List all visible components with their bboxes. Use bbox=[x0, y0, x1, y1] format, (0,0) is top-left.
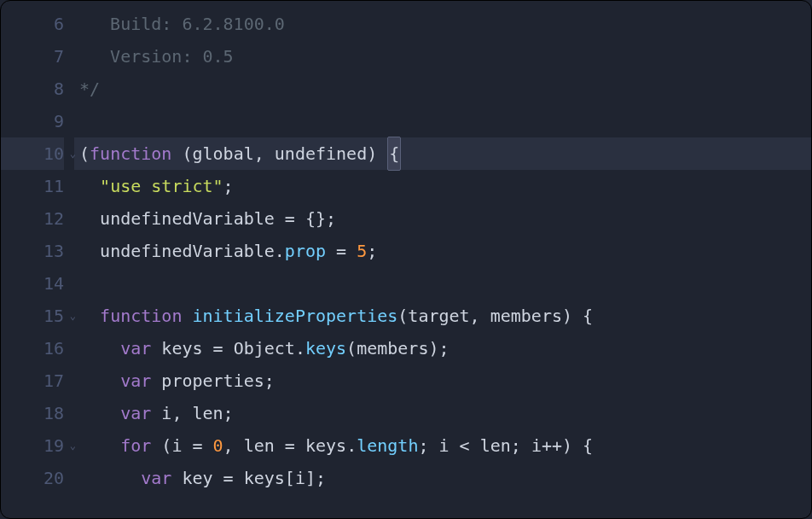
code-token: i bbox=[171, 429, 182, 462]
code-token: */ bbox=[79, 73, 100, 105]
line-number-text: 9 bbox=[54, 105, 64, 137]
chevron-down-icon[interactable]: ⌄ bbox=[70, 306, 76, 326]
code-token: = bbox=[213, 462, 244, 494]
code-token: ; bbox=[223, 397, 234, 429]
line-number: 19⌄ bbox=[1, 429, 64, 462]
code-line[interactable]: var keys = Object.keys(members); bbox=[74, 332, 811, 364]
code-token bbox=[151, 332, 161, 364]
code-token: = bbox=[203, 332, 234, 364]
code-token: i bbox=[161, 397, 171, 429]
line-number-text: 8 bbox=[54, 73, 64, 105]
line-number: 8 bbox=[1, 73, 64, 105]
code-token bbox=[79, 235, 100, 267]
code-token bbox=[151, 397, 161, 429]
code-token: keys bbox=[161, 332, 202, 364]
code-token: ); bbox=[428, 332, 449, 364]
line-number: 18 bbox=[1, 397, 64, 429]
code-token: , bbox=[171, 397, 192, 429]
code-token: Object bbox=[234, 332, 295, 364]
code-token bbox=[79, 364, 120, 397]
code-token: target bbox=[408, 300, 469, 332]
line-number: 14 bbox=[1, 267, 64, 300]
code-token: . bbox=[346, 429, 357, 462]
line-number: 9 bbox=[1, 105, 64, 137]
code-token: length bbox=[357, 429, 418, 462]
code-token: len bbox=[244, 429, 275, 462]
code-token: var bbox=[120, 364, 151, 397]
code-token: ) { bbox=[562, 300, 593, 332]
line-number: 13 bbox=[1, 235, 64, 267]
code-token: len bbox=[480, 429, 511, 462]
code-line[interactable]: var properties; bbox=[74, 364, 811, 397]
code-token: ; bbox=[511, 429, 531, 462]
code-line[interactable]: "use strict"; bbox=[74, 170, 811, 202]
code-token: members bbox=[490, 300, 562, 332]
code-token: initializeProperties bbox=[192, 300, 397, 332]
code-line[interactable]: undefinedVariable.prop = 5; bbox=[74, 235, 811, 267]
code-token bbox=[182, 300, 192, 332]
code-token: undefined bbox=[275, 137, 367, 170]
code-line[interactable]: var key = keys[i]; bbox=[74, 462, 811, 494]
code-token: undefinedVariable bbox=[100, 202, 275, 235]
line-number-text: 19 bbox=[44, 429, 64, 462]
line-number-text: 18 bbox=[44, 397, 64, 429]
code-token: i bbox=[531, 429, 542, 462]
chevron-down-icon[interactable]: ⌄ bbox=[70, 436, 76, 456]
code-line[interactable]: (function (global, undefined) { bbox=[74, 137, 811, 170]
code-token: ) bbox=[367, 137, 387, 170]
line-number-text: 11 bbox=[44, 170, 64, 202]
code-token bbox=[79, 332, 120, 364]
code-token: ( bbox=[346, 332, 357, 364]
line-number: 7 bbox=[1, 40, 64, 73]
line-number-text: 14 bbox=[44, 267, 64, 300]
chevron-down-icon[interactable]: ⌄ bbox=[70, 144, 76, 164]
code-token: key bbox=[182, 462, 212, 494]
code-line[interactable]: for (i = 0, len = keys.length; i < len; … bbox=[74, 429, 811, 462]
code-line[interactable]: function initializeProperties(target, me… bbox=[74, 300, 811, 332]
code-token: { bbox=[387, 137, 401, 171]
code-token bbox=[79, 202, 100, 235]
code-line[interactable] bbox=[74, 105, 811, 137]
code-editor[interactable]: 678910⌄1112131415⌄16171819⌄20 Build: 6.2… bbox=[1, 1, 811, 518]
code-area[interactable]: Build: 6.2.8100.0 Version: 0.5*/(functio… bbox=[74, 8, 811, 518]
line-number: 16 bbox=[1, 332, 64, 364]
line-number: 12 bbox=[1, 202, 64, 235]
code-token: undefinedVariable bbox=[100, 235, 275, 267]
line-number: 10⌄ bbox=[1, 137, 64, 170]
code-line[interactable]: Version: 0.5 bbox=[74, 40, 811, 73]
code-token: ; bbox=[264, 364, 275, 397]
line-number: 11 bbox=[1, 170, 64, 202]
code-line[interactable]: undefinedVariable = {}; bbox=[74, 202, 811, 235]
code-token: ; bbox=[418, 429, 438, 462]
line-number: 17 bbox=[1, 364, 64, 397]
line-number: 6 bbox=[1, 8, 64, 40]
code-token: len bbox=[192, 397, 223, 429]
line-number: 20 bbox=[1, 462, 64, 494]
code-token: function bbox=[100, 300, 182, 332]
code-token: properties bbox=[161, 364, 264, 397]
code-token: var bbox=[120, 397, 151, 429]
code-line[interactable]: */ bbox=[74, 73, 811, 105]
code-line[interactable] bbox=[74, 267, 811, 300]
code-token: = bbox=[326, 235, 357, 267]
code-token bbox=[79, 429, 120, 462]
code-token: , bbox=[254, 137, 275, 170]
code-token: i bbox=[295, 462, 305, 494]
code-token bbox=[79, 397, 120, 429]
code-line[interactable]: var i, len; bbox=[74, 397, 811, 429]
code-token: , bbox=[470, 300, 490, 332]
line-number-text: 12 bbox=[44, 202, 64, 235]
code-token: "use strict" bbox=[100, 170, 223, 202]
code-token: keys bbox=[305, 332, 346, 364]
code-token: function bbox=[90, 137, 171, 170]
code-token: keys bbox=[244, 462, 285, 494]
code-token: 5 bbox=[357, 235, 367, 267]
code-token: = {}; bbox=[275, 202, 336, 235]
gutter: 678910⌄1112131415⌄16171819⌄20 bbox=[1, 8, 74, 518]
code-token: ++) { bbox=[542, 429, 593, 462]
code-token: ( bbox=[171, 137, 192, 170]
code-line[interactable]: Build: 6.2.8100.0 bbox=[74, 8, 811, 40]
line-number-text: 20 bbox=[44, 462, 64, 494]
code-token: members bbox=[357, 332, 428, 364]
code-token: prop bbox=[285, 235, 326, 267]
